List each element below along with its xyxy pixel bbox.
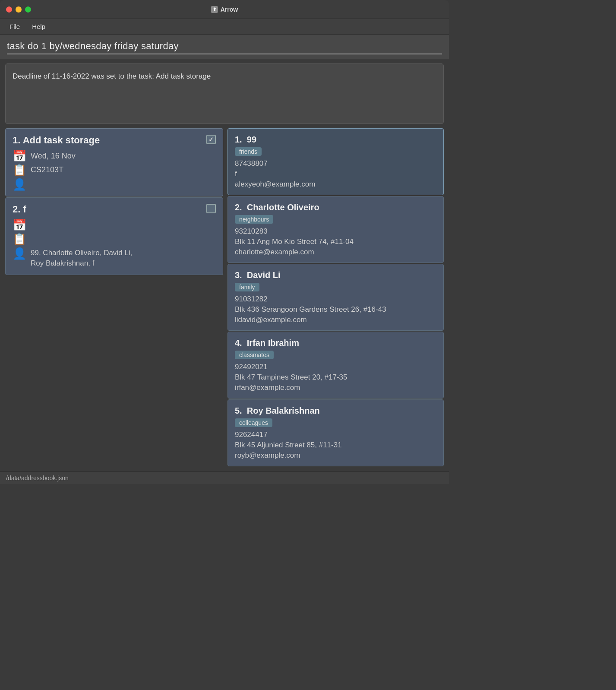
contact-card[interactable]: 5. Roy Balakrishnan colleagues 92624417 … [227, 399, 444, 466]
command-input[interactable] [7, 39, 442, 54]
contact-number-name: 4. Irfan Ibrahim [235, 338, 436, 348]
contact-card[interactable]: 1. 99 friends 87438807 f alexyeoh@exampl… [227, 128, 444, 195]
task-header: 2. f [13, 204, 216, 215]
contact-phone: 92624417 [235, 430, 436, 439]
task-project-row: 📋 CS2103T [13, 164, 216, 175]
contact-address: Blk 45 Aljunied Street 85, #11-31 [235, 441, 436, 449]
contact-email: charlotte@example.com [235, 248, 436, 256]
contact-tag: neighbours [235, 215, 273, 224]
output-text: Deadline of 11-16-2022 was set to the ta… [13, 72, 211, 80]
output-area: Deadline of 11-16-2022 was set to the ta… [5, 63, 444, 124]
person-icon: 👤 [13, 248, 26, 259]
contact-phone: 93210283 [235, 227, 436, 236]
task-person-row: 👤 99, Charlotte Oliveiro, David Li,Roy B… [13, 248, 216, 269]
contact-tag: family [235, 283, 259, 291]
contact-number-name: 3. David Li [235, 270, 436, 280]
main-content: 1. Add task storage 📅 Wed, 16 Nov 📋 CS21… [0, 128, 449, 472]
title-bar: ⬆ Arrow [0, 0, 449, 19]
task-project: CS2103T [31, 165, 63, 174]
person-icon: 👤 [13, 179, 26, 190]
task-person-text: 99, Charlotte Oliveiro, David Li,Roy Bal… [31, 248, 132, 269]
window-title: ⬆ Arrow [211, 6, 238, 13]
tasks-panel: 1. Add task storage 📅 Wed, 16 Nov 📋 CS21… [5, 128, 223, 466]
contact-card[interactable]: 3. David Li family 91031282 Blk 436 Sera… [227, 264, 444, 331]
status-path: /data/addressbook.json [6, 475, 69, 481]
app-icon: ⬆ [211, 6, 218, 13]
contact-card[interactable]: 4. Irfan Ibrahim classmates 92492021 Blk… [227, 332, 444, 399]
contact-email: royb@example.com [235, 451, 436, 460]
task-card[interactable]: 2. f 📅 📋 👤 99, Charlotte Oliveiro, David… [5, 197, 223, 275]
contact-address: Blk 436 Serangoon Gardens Street 26, #16… [235, 305, 436, 314]
status-bar: /data/addressbook.json [0, 472, 449, 484]
calendar-icon: 📅 [13, 150, 26, 161]
contact-tag: colleagues [235, 418, 272, 427]
maximize-button[interactable] [25, 6, 31, 13]
task-checkbox[interactable] [206, 204, 216, 213]
contact-address: Blk 47 Tampines Street 20, #17-35 [235, 373, 436, 382]
contact-number-name: 1. 99 [235, 135, 436, 145]
task-checkbox[interactable] [206, 135, 216, 144]
close-button[interactable] [6, 6, 12, 13]
contact-phone: 87438807 [235, 159, 436, 168]
task-title: 2. f [13, 204, 26, 215]
contact-email: lidavid@example.com [235, 316, 436, 324]
task-person-row: 👤 [13, 179, 216, 190]
task-header: 1. Add task storage [13, 135, 216, 146]
menu-file[interactable]: File [5, 21, 24, 32]
project-icon: 📋 [13, 233, 26, 244]
minimize-button[interactable] [16, 6, 22, 13]
contact-number-name: 5. Roy Balakrishnan [235, 406, 436, 416]
contact-email: irfan@example.com [235, 383, 436, 392]
task-date: Wed, 16 Nov [31, 152, 76, 161]
contact-address: Blk 11 Ang Mo Kio Street 74, #11-04 [235, 237, 436, 246]
task-date-row: 📅 [13, 219, 216, 231]
contact-card[interactable]: 2. Charlotte Oliveiro neighbours 9321028… [227, 196, 444, 263]
contact-address: f [235, 170, 436, 178]
command-area [0, 35, 449, 59]
task-card[interactable]: 1. Add task storage 📅 Wed, 16 Nov 📋 CS21… [5, 128, 223, 196]
contact-tag: classmates [235, 351, 274, 359]
project-icon: 📋 [13, 164, 26, 175]
contacts-panel: 1. 99 friends 87438807 f alexyeoh@exampl… [227, 128, 444, 466]
menu-help[interactable]: Help [28, 21, 50, 32]
contact-tag: friends [235, 147, 262, 156]
task-date-row: 📅 Wed, 16 Nov [13, 150, 216, 161]
contact-phone: 91031282 [235, 295, 436, 304]
contact-email: alexyeoh@example.com [235, 180, 436, 189]
traffic-lights [6, 6, 31, 13]
task-title: 1. Add task storage [13, 135, 100, 146]
contact-number-name: 2. Charlotte Oliveiro [235, 203, 436, 212]
menu-bar: File Help [0, 19, 449, 35]
calendar-icon: 📅 [13, 219, 26, 231]
task-project-row: 📋 [13, 233, 216, 244]
contact-phone: 92492021 [235, 363, 436, 371]
